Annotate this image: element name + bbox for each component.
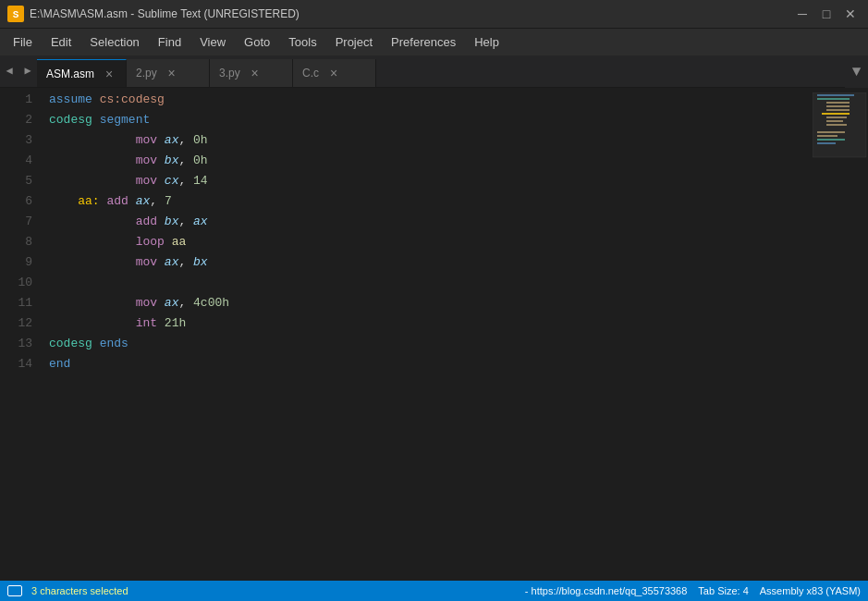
title-bar: S E:\MASM\ASM.asm - Sublime Text (UNREGI… [0,0,868,28]
status-tab-size[interactable]: Tab Size: 4 [698,585,748,596]
selection-status: 3 characters selected [31,585,128,596]
tab-label: 3.py [219,67,240,80]
code-line-7: add bx, ax [49,212,813,232]
code-line-3: mov ax, 0h [49,130,813,151]
menu-item-project[interactable]: Project [326,31,382,53]
svg-text:S: S [13,9,19,20]
code-line-12: int 21h [49,313,813,334]
menu-bar: FileEditSelectionFindViewGotoToolsProjec… [0,28,868,55]
code-line-13: codesg ends [49,334,813,354]
maximize-button[interactable]: □ [816,4,837,24]
tab-overflow-button[interactable]: ▼ [845,55,868,88]
menu-item-goto[interactable]: Goto [235,31,279,53]
window-controls: ─ □ ✕ [792,4,861,24]
line-number-4: 4 [0,151,42,171]
tab-2-py[interactable]: 2.py× [127,59,210,87]
tab-ASM-asm[interactable]: ASM.asm× [37,59,127,87]
code-line-14: end [49,354,813,374]
line-number-11: 11 [0,293,42,313]
line-number-1: 1 [0,90,42,110]
code-line-1: assume cs:codesg [49,90,813,110]
screen-icon [7,585,22,596]
tab-close-button[interactable]: × [326,66,341,80]
code-line-9: mov ax, bx [49,252,813,273]
code-line-2: codesg segment [49,110,813,130]
line-number-9: 9 [0,252,42,273]
tabs-container: ASM.asm×2.py×3.py×C.c× [37,59,868,87]
tab-C-c[interactable]: C.c× [293,59,376,87]
tab-scroll-left[interactable]: ◀ [0,55,18,87]
code-line-8: loop aa [49,232,813,252]
code-line-10 [49,273,813,293]
menu-item-preferences[interactable]: Preferences [382,31,465,53]
menu-item-find[interactable]: Find [149,31,190,53]
menu-item-view[interactable]: View [190,31,235,53]
title-text: E:\MASM\ASM.asm - Sublime Text (UNREGIST… [30,7,300,20]
status-right: - https://blog.csdn.net/qq_35573368 Tab … [525,585,861,596]
menu-item-selection[interactable]: Selection [80,31,148,53]
minimap-visual [813,92,868,203]
line-number-10: 10 [0,273,42,293]
tab-scroll-right[interactable]: ▶ [18,55,37,87]
tab-label: 2.py [136,67,157,80]
tab-bar: ◀ ▶ ASM.asm×2.py×3.py×C.c× ▼ [0,55,868,88]
minimap [813,88,868,581]
code-area[interactable]: assume cs:codesg codesg segment mov ax, … [42,88,813,581]
code-line-4: mov bx, 0h [49,151,813,171]
close-button[interactable]: ✕ [840,4,861,24]
line-number-3: 3 [0,130,42,151]
tab-close-button[interactable]: × [165,66,179,80]
line-number-13: 13 [0,334,42,354]
status-encoding[interactable]: Assembly x83 (YASM) [760,585,861,596]
menu-item-file[interactable]: File [4,31,42,53]
line-number-5: 5 [0,171,42,191]
minimize-button[interactable]: ─ [792,4,813,24]
line-number-2: 2 [0,110,42,130]
menu-item-help[interactable]: Help [465,31,508,53]
code-line-5: mov cx, 14 [49,171,813,191]
code-line-11: mov ax, 4c00h [49,293,813,313]
line-number-14: 14 [0,354,42,374]
tab-close-button[interactable]: × [102,67,116,81]
tab-3-py[interactable]: 3.py× [210,59,293,87]
svg-rect-15 [813,92,866,157]
code-line-6: aa: add ax, 7 [49,191,813,212]
status-bar: 3 characters selected - https://blog.csd… [0,581,868,601]
status-left: 3 characters selected [7,585,128,596]
menu-item-edit[interactable]: Edit [42,31,80,53]
tab-label: C.c [302,67,319,80]
line-numbers: 1234567891011121314 [0,88,42,581]
tab-label: ASM.asm [46,67,94,80]
title-left: S E:\MASM\ASM.asm - Sublime Text (UNREGI… [7,6,300,22]
editor-area: 1234567891011121314 assume cs:codesg cod… [0,88,868,581]
menu-item-tools[interactable]: Tools [279,31,325,53]
line-number-8: 8 [0,232,42,252]
app-icon: S [7,6,24,22]
status-url: - https://blog.csdn.net/qq_35573368 [525,585,688,596]
line-number-7: 7 [0,212,42,232]
line-number-12: 12 [0,313,42,334]
tab-close-button[interactable]: × [248,66,263,80]
line-number-6: 6 [0,191,42,212]
